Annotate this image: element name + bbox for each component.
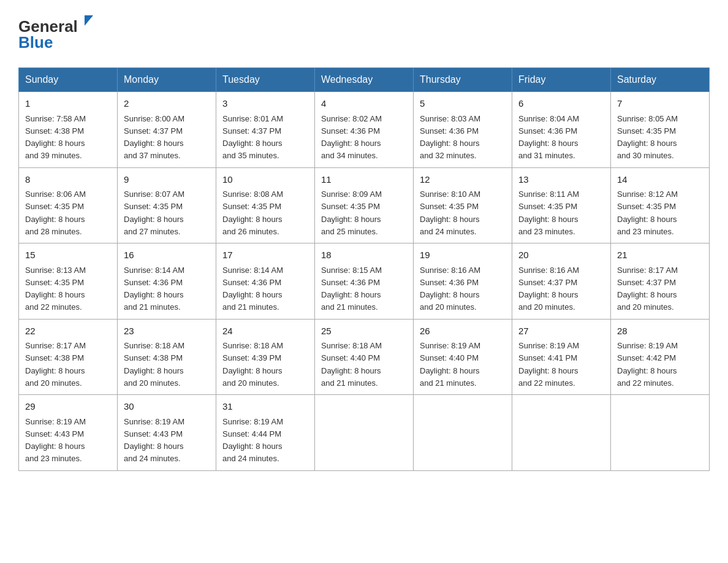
day-info: Sunrise: 8:19 AMSunset: 4:42 PMDaylight:… — [617, 341, 678, 388]
svg-text:Blue: Blue — [18, 33, 53, 52]
day-info: Sunrise: 8:19 AMSunset: 4:40 PMDaylight:… — [420, 341, 480, 388]
day-info: Sunrise: 8:08 AMSunset: 4:35 PMDaylight:… — [222, 190, 283, 236]
day-number: 29 — [25, 400, 111, 414]
calendar-cell: 19 Sunrise: 8:16 AMSunset: 4:36 PMDaylig… — [414, 243, 512, 320]
day-info: Sunrise: 8:10 AMSunset: 4:35 PMDaylight:… — [420, 190, 480, 236]
calendar-cell — [315, 395, 414, 471]
calendar-cell: 4 Sunrise: 8:02 AMSunset: 4:36 PMDayligh… — [315, 92, 414, 168]
day-info: Sunrise: 8:12 AMSunset: 4:35 PMDaylight:… — [617, 190, 678, 236]
calendar-table: SundayMondayTuesdayWednesdayThursdayFrid… — [18, 67, 710, 471]
week-row-3: 15 Sunrise: 8:13 AMSunset: 4:35 PMDaylig… — [19, 243, 710, 320]
calendar-cell: 5 Sunrise: 8:03 AMSunset: 4:36 PMDayligh… — [414, 92, 512, 168]
weekday-header-monday: Monday — [118, 68, 216, 92]
calendar-cell: 8 Sunrise: 8:06 AMSunset: 4:35 PMDayligh… — [19, 167, 118, 243]
calendar-cell — [512, 395, 611, 471]
calendar-cell: 17 Sunrise: 8:14 AMSunset: 4:36 PMDaylig… — [216, 243, 315, 320]
day-info: Sunrise: 8:14 AMSunset: 4:36 PMDaylight:… — [124, 266, 184, 312]
day-info: Sunrise: 8:18 AMSunset: 4:38 PMDaylight:… — [124, 341, 184, 388]
page-header: General Blue — [18, 12, 710, 55]
day-info: Sunrise: 7:58 AMSunset: 4:38 PMDaylight:… — [25, 114, 86, 161]
day-number: 5 — [420, 97, 506, 111]
weekday-header-tuesday: Tuesday — [216, 68, 315, 92]
day-info: Sunrise: 8:02 AMSunset: 4:36 PMDaylight:… — [321, 114, 382, 161]
day-number: 22 — [25, 324, 111, 339]
day-info: Sunrise: 8:04 AMSunset: 4:36 PMDaylight:… — [518, 114, 579, 161]
day-info: Sunrise: 8:06 AMSunset: 4:35 PMDaylight:… — [25, 190, 86, 236]
week-row-2: 8 Sunrise: 8:06 AMSunset: 4:35 PMDayligh… — [19, 167, 710, 243]
day-number: 15 — [25, 248, 111, 262]
calendar-cell: 26 Sunrise: 8:19 AMSunset: 4:40 PMDaylig… — [414, 319, 512, 395]
calendar-cell: 10 Sunrise: 8:08 AMSunset: 4:35 PMDaylig… — [216, 167, 315, 243]
calendar-cell: 29 Sunrise: 8:19 AMSunset: 4:43 PMDaylig… — [19, 395, 118, 471]
calendar-cell: 28 Sunrise: 8:19 AMSunset: 4:42 PMDaylig… — [611, 319, 710, 395]
day-number: 3 — [222, 97, 308, 111]
calendar-cell: 7 Sunrise: 8:05 AMSunset: 4:35 PMDayligh… — [611, 92, 710, 168]
week-row-1: 1 Sunrise: 7:58 AMSunset: 4:38 PMDayligh… — [19, 92, 710, 168]
day-info: Sunrise: 8:18 AMSunset: 4:39 PMDaylight:… — [222, 341, 283, 388]
logo: General Blue — [18, 12, 98, 55]
calendar-cell: 20 Sunrise: 8:16 AMSunset: 4:37 PMDaylig… — [512, 243, 611, 320]
day-number: 6 — [518, 97, 604, 111]
day-info: Sunrise: 8:19 AMSunset: 4:43 PMDaylight:… — [25, 417, 86, 464]
calendar-cell — [611, 395, 710, 471]
day-number: 2 — [124, 97, 210, 111]
day-number: 19 — [420, 248, 506, 262]
logo-svg: General Blue — [18, 12, 98, 55]
calendar-cell: 23 Sunrise: 8:18 AMSunset: 4:38 PMDaylig… — [118, 319, 216, 395]
day-number: 25 — [321, 324, 407, 339]
calendar-cell: 18 Sunrise: 8:15 AMSunset: 4:36 PMDaylig… — [315, 243, 414, 320]
week-row-5: 29 Sunrise: 8:19 AMSunset: 4:43 PMDaylig… — [19, 395, 710, 471]
calendar-cell: 3 Sunrise: 8:01 AMSunset: 4:37 PMDayligh… — [216, 92, 315, 168]
day-number: 31 — [222, 400, 308, 414]
day-info: Sunrise: 8:19 AMSunset: 4:44 PMDaylight:… — [222, 417, 283, 464]
day-number: 14 — [617, 173, 703, 187]
day-number: 20 — [518, 248, 604, 262]
day-info: Sunrise: 8:07 AMSunset: 4:35 PMDaylight:… — [124, 190, 184, 236]
calendar-cell: 1 Sunrise: 7:58 AMSunset: 4:38 PMDayligh… — [19, 92, 118, 168]
day-number: 13 — [518, 173, 604, 187]
day-number: 23 — [124, 324, 210, 339]
day-number: 1 — [25, 97, 111, 111]
svg-marker-1 — [85, 15, 93, 26]
weekday-header-thursday: Thursday — [414, 68, 512, 92]
calendar-cell: 11 Sunrise: 8:09 AMSunset: 4:35 PMDaylig… — [315, 167, 414, 243]
calendar-cell: 27 Sunrise: 8:19 AMSunset: 4:41 PMDaylig… — [512, 319, 611, 395]
day-info: Sunrise: 8:00 AMSunset: 4:37 PMDaylight:… — [124, 114, 184, 161]
day-info: Sunrise: 8:19 AMSunset: 4:41 PMDaylight:… — [518, 341, 579, 388]
day-number: 8 — [25, 173, 111, 187]
day-number: 12 — [420, 173, 506, 187]
calendar-cell: 15 Sunrise: 8:13 AMSunset: 4:35 PMDaylig… — [19, 243, 118, 320]
day-number: 16 — [124, 248, 210, 262]
day-info: Sunrise: 8:09 AMSunset: 4:35 PMDaylight:… — [321, 190, 382, 236]
calendar-cell: 22 Sunrise: 8:17 AMSunset: 4:38 PMDaylig… — [19, 319, 118, 395]
day-number: 30 — [124, 400, 210, 414]
calendar-cell: 21 Sunrise: 8:17 AMSunset: 4:37 PMDaylig… — [611, 243, 710, 320]
day-number: 11 — [321, 173, 407, 187]
day-info: Sunrise: 8:18 AMSunset: 4:40 PMDaylight:… — [321, 341, 382, 388]
day-number: 18 — [321, 248, 407, 262]
day-number: 9 — [124, 173, 210, 187]
day-number: 28 — [617, 324, 703, 339]
day-number: 26 — [420, 324, 506, 339]
day-number: 17 — [222, 248, 308, 262]
weekday-header-friday: Friday — [512, 68, 611, 92]
calendar-cell — [414, 395, 512, 471]
day-number: 24 — [222, 324, 308, 339]
day-info: Sunrise: 8:17 AMSunset: 4:37 PMDaylight:… — [617, 266, 678, 312]
calendar-cell: 16 Sunrise: 8:14 AMSunset: 4:36 PMDaylig… — [118, 243, 216, 320]
day-info: Sunrise: 8:11 AMSunset: 4:35 PMDaylight:… — [518, 190, 579, 236]
day-number: 27 — [518, 324, 604, 339]
calendar-cell: 25 Sunrise: 8:18 AMSunset: 4:40 PMDaylig… — [315, 319, 414, 395]
calendar-cell: 12 Sunrise: 8:10 AMSunset: 4:35 PMDaylig… — [414, 167, 512, 243]
calendar-cell: 6 Sunrise: 8:04 AMSunset: 4:36 PMDayligh… — [512, 92, 611, 168]
weekday-header-wednesday: Wednesday — [315, 68, 414, 92]
calendar-cell: 31 Sunrise: 8:19 AMSunset: 4:44 PMDaylig… — [216, 395, 315, 471]
day-number: 4 — [321, 97, 407, 111]
day-number: 7 — [617, 97, 703, 111]
calendar-cell: 30 Sunrise: 8:19 AMSunset: 4:43 PMDaylig… — [118, 395, 216, 471]
day-info: Sunrise: 8:16 AMSunset: 4:36 PMDaylight:… — [420, 266, 480, 312]
day-info: Sunrise: 8:13 AMSunset: 4:35 PMDaylight:… — [25, 266, 86, 312]
calendar-cell: 14 Sunrise: 8:12 AMSunset: 4:35 PMDaylig… — [611, 167, 710, 243]
weekday-header-row: SundayMondayTuesdayWednesdayThursdayFrid… — [19, 68, 710, 92]
day-number: 10 — [222, 173, 308, 187]
